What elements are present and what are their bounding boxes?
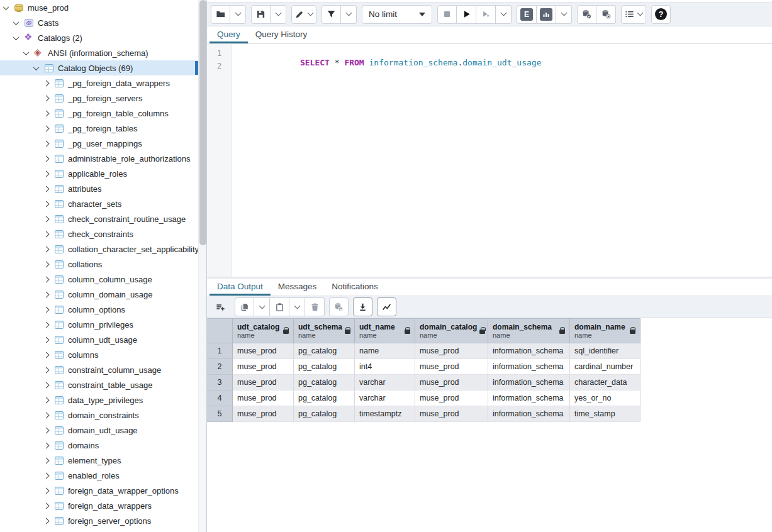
chevron-icon[interactable]: [43, 201, 50, 207]
table-cell[interactable]: cardinal_number: [570, 359, 641, 375]
column-header[interactable]: udt_catalog name: [233, 319, 294, 343]
commit-button[interactable]: [577, 5, 596, 24]
chevron-icon[interactable]: [43, 276, 50, 282]
chevron-icon[interactable]: [43, 110, 50, 116]
help-button[interactable]: ?: [651, 5, 671, 24]
tree-item[interactable]: data_type_privileges: [0, 392, 198, 407]
chevron-icon[interactable]: [43, 291, 50, 297]
chevron-icon[interactable]: [43, 231, 50, 237]
tree-item[interactable]: constraint_table_usage: [0, 377, 198, 392]
filter-button[interactable]: [322, 5, 341, 24]
tree-item[interactable]: muse_prod: [0, 0, 198, 15]
chevron-icon[interactable]: [43, 457, 50, 463]
chevron-icon[interactable]: [43, 186, 50, 192]
chevron-icon[interactable]: [43, 155, 50, 162]
table-cell[interactable]: timestamptz: [355, 406, 415, 422]
chevron-icon[interactable]: [43, 306, 50, 313]
table-cell[interactable]: muse_prod: [415, 375, 488, 391]
tree-item[interactable]: check_constraints: [0, 226, 198, 241]
row-number[interactable]: 1: [207, 343, 233, 359]
column-header[interactable]: domain_name name: [570, 319, 641, 343]
tree-item[interactable]: ANSI (information_schema): [0, 45, 198, 60]
table-cell[interactable]: muse_prod: [233, 359, 294, 375]
table-cell[interactable]: muse_prod: [233, 406, 294, 422]
chevron-icon[interactable]: [43, 472, 50, 479]
table-cell[interactable]: muse_prod: [415, 391, 488, 406]
table-cell[interactable]: name: [355, 343, 415, 359]
chevron-icon[interactable]: [43, 336, 50, 343]
table-cell[interactable]: pg_catalog: [294, 343, 355, 359]
explain-menu-button[interactable]: [556, 5, 572, 24]
tree-item[interactable]: domains: [0, 438, 198, 453]
tree-item[interactable]: domain_constraints: [0, 407, 198, 423]
chevron-icon[interactable]: [43, 140, 50, 147]
table-cell[interactable]: sql_identifier: [570, 343, 641, 359]
open-file-button[interactable]: [211, 5, 230, 24]
tree-item[interactable]: applicable_roles: [0, 166, 198, 181]
tree-item[interactable]: Catalog Objects (69): [0, 60, 198, 75]
chevron-icon[interactable]: [43, 518, 50, 524]
code-area[interactable]: SELECT * FROM information_schema.domain_…: [232, 44, 772, 277]
table-cell[interactable]: time_stamp: [570, 406, 641, 422]
tree-item[interactable]: check_constraint_routine_usage: [0, 211, 198, 226]
copy-menu-button[interactable]: [254, 297, 270, 316]
column-header[interactable]: udt_schema name: [294, 319, 355, 343]
table-cell[interactable]: pg_catalog: [294, 375, 355, 391]
table-cell[interactable]: muse_prod: [415, 406, 488, 422]
tree-item[interactable]: administrable_role_authorizations: [0, 151, 198, 166]
table-cell[interactable]: character_data: [570, 375, 641, 391]
add-row-button[interactable]: [211, 297, 230, 316]
save-button[interactable]: [251, 5, 271, 24]
execute-script-button[interactable]: [476, 5, 496, 24]
edit-button[interactable]: [291, 5, 316, 24]
chevron-icon[interactable]: [23, 49, 30, 55]
table-cell[interactable]: varchar: [355, 391, 415, 406]
chevron-icon[interactable]: [43, 502, 50, 509]
delete-row-button[interactable]: [305, 297, 325, 316]
tree-item[interactable]: domain_udt_usage: [0, 423, 198, 438]
column-header[interactable]: domain_schema name: [488, 319, 570, 343]
chevron-icon[interactable]: [43, 487, 50, 494]
chevron-icon[interactable]: [43, 397, 50, 403]
table-cell[interactable]: muse_prod: [415, 343, 488, 359]
tree-item[interactable]: Catalogs (2): [0, 30, 198, 45]
tree-item[interactable]: _pg_foreign_data_wrappers: [0, 75, 198, 91]
chevron-icon[interactable]: [43, 442, 50, 448]
tree-item[interactable]: collation_character_set_applicability: [0, 241, 198, 257]
table-cell[interactable]: muse_prod: [233, 375, 294, 391]
tree-item[interactable]: _pg_user_mappings: [0, 136, 198, 151]
table-cell[interactable]: pg_catalog: [294, 359, 355, 375]
table-cell[interactable]: yes_or_no: [570, 391, 641, 406]
chevron-icon[interactable]: [43, 382, 50, 388]
tab[interactable]: Query: [210, 26, 248, 43]
chevron-icon[interactable]: [43, 352, 50, 358]
paste-menu-button[interactable]: [289, 297, 305, 316]
save-menu-button[interactable]: [271, 5, 286, 24]
chevron-icon[interactable]: [43, 170, 50, 177]
table-cell[interactable]: information_schema: [488, 359, 570, 375]
chevron-icon[interactable]: [43, 95, 50, 101]
tree-item[interactable]: constraint_column_usage: [0, 362, 198, 377]
column-header[interactable]: domain_catalog name: [415, 319, 488, 343]
chevron-icon[interactable]: [43, 321, 50, 328]
tree-item[interactable]: foreign_data_wrappers: [0, 498, 198, 513]
tree-item[interactable]: _pg_foreign_servers: [0, 91, 198, 106]
tree-item[interactable]: Casts: [0, 15, 198, 30]
sidebar-scrollbar-thumb[interactable]: [199, 0, 206, 245]
download-csv-button[interactable]: [353, 297, 372, 316]
execute-menu-button[interactable]: [496, 5, 512, 24]
table-cell[interactable]: information_schema: [488, 375, 570, 391]
row-number[interactable]: 5: [207, 406, 233, 422]
table-cell[interactable]: information_schema: [488, 343, 570, 359]
sql-editor[interactable]: 1 2 SELECT * FROM information_schema.dom…: [207, 44, 772, 277]
tree-item[interactable]: _pg_foreign_tables: [0, 121, 198, 136]
tree-item[interactable]: column_column_usage: [0, 272, 198, 287]
tab[interactable]: Data Output: [210, 279, 271, 296]
tree-item[interactable]: foreign_data_wrapper_options: [0, 483, 198, 498]
chevron-icon[interactable]: [43, 246, 50, 252]
select-all-corner[interactable]: [207, 319, 233, 343]
table-cell[interactable]: pg_catalog: [294, 406, 355, 422]
chevron-icon[interactable]: [43, 125, 50, 131]
tab[interactable]: Query History: [248, 26, 315, 43]
row-number[interactable]: 4: [207, 391, 233, 406]
